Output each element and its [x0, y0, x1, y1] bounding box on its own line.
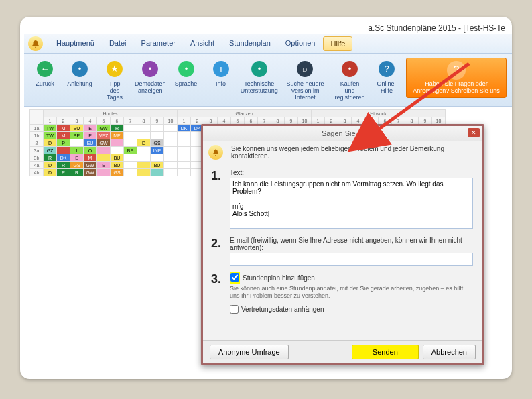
lesson-cell[interactable] [57, 147, 70, 154]
lesson-cell[interactable]: BE [124, 147, 137, 154]
lesson-cell[interactable] [97, 154, 111, 162]
row-label: 1a [30, 125, 44, 132]
dialog-intro: Sie können uns wegen jedem beliebigen Pr… [231, 145, 473, 160]
menu-stundenplan[interactable]: Stundenplan [222, 36, 277, 51]
lesson-cell[interactable]: VEZ [97, 132, 111, 139]
menu-ansicht[interactable]: Ansicht [184, 36, 221, 51]
menu-datei[interactable]: Datei [103, 36, 133, 51]
lesson-cell[interactable]: R [57, 162, 70, 169]
window-title: a.Sc Stundenpläne 2015 - [Test-HS-Te [24, 21, 512, 34]
demo-icon: • [140, 59, 160, 79]
lesson-cell[interactable]: I [70, 147, 84, 154]
lesson-cell[interactable]: E [84, 125, 97, 132]
survey-button[interactable]: Anonyme Umfrage [210, 345, 289, 359]
attach-substitution-checkbox[interactable] [230, 305, 239, 314]
lesson-cell[interactable] [97, 169, 111, 176]
lesson-cell[interactable]: TW [44, 132, 57, 139]
lesson-cell[interactable]: GW [97, 139, 111, 147]
lesson-cell[interactable]: DK [57, 154, 70, 162]
step-1-number: 1. [211, 169, 223, 230]
empty-cell [124, 132, 137, 139]
lesson-cell[interactable]: DK [178, 125, 191, 132]
email-label: E-mail (freiwillig, wenn Sie Ihre Adress… [230, 237, 473, 251]
lesson-cell[interactable]: D [44, 162, 57, 169]
lesson-cell[interactable]: M [84, 154, 97, 162]
lesson-cell[interactable]: BU [111, 162, 124, 169]
lesson-cell[interactable]: P [57, 139, 70, 147]
ribbon-book[interactable]: •Anleitung [64, 58, 95, 89]
lesson-cell[interactable]: R [57, 169, 70, 176]
lesson-cell[interactable]: M [57, 125, 70, 132]
empty-cell [178, 162, 191, 169]
lesson-cell[interactable]: E [84, 132, 97, 139]
ribbon-feedback-button[interactable]: ?Haben Sie Fragen oder Anregungen? Schre… [406, 58, 507, 98]
search-icon: ⌕ [295, 59, 315, 79]
menu-parameter[interactable]: Parameter [135, 36, 182, 51]
lesson-cell[interactable]: D [137, 139, 151, 147]
lesson-cell[interactable]: EU [84, 139, 97, 147]
lesson-cell[interactable]: GS [151, 139, 164, 147]
ribbon-demo[interactable]: •Demodaten anzeigen [134, 58, 167, 95]
ribbon-support[interactable]: •Technische Unterstützung [241, 58, 278, 95]
ribbon-info[interactable]: iInfo [206, 58, 237, 89]
lesson-cell[interactable] [111, 139, 124, 147]
email-input[interactable] [230, 253, 473, 266]
lesson-cell[interactable]: BU [111, 154, 124, 162]
menu-optionen[interactable]: Optionen [279, 36, 322, 51]
ribbon-tip[interactable]: ★Tipp des Tages [99, 58, 130, 102]
ribbon-help[interactable]: ?Online-Hilfe [371, 58, 402, 95]
lesson-cell[interactable]: D [44, 169, 57, 176]
lesson-cell[interactable] [137, 169, 151, 176]
ribbon-search[interactable]: ⌕Suche neuere Version im Internet [282, 58, 328, 102]
lesson-cell[interactable]: BE [70, 132, 84, 139]
lesson-cell[interactable]: R [70, 169, 84, 176]
lesson-cell[interactable]: O [84, 147, 97, 154]
lesson-cell[interactable]: E [97, 162, 111, 169]
attach-schedule-checkbox[interactable] [230, 273, 239, 282]
empty-cell [124, 162, 137, 169]
lesson-cell[interactable]: GS [70, 162, 84, 169]
svg-text:⌕: ⌕ [302, 64, 308, 74]
lesson-cell[interactable]: GZ [44, 147, 57, 154]
tip-icon: ★ [105, 59, 125, 79]
empty-cell [164, 132, 178, 139]
text-label: Text: [230, 169, 473, 176]
menu-hilfe[interactable]: Hilfe [323, 36, 352, 51]
empty-cell [151, 125, 164, 132]
empty-cell [164, 154, 178, 162]
empty-cell [111, 147, 124, 154]
ribbon-back[interactable]: ←Zurück [29, 58, 60, 89]
ribbon-lang[interactable]: •Sprache [171, 58, 202, 89]
lesson-cell[interactable]: R [44, 154, 57, 162]
back-icon: ← [35, 59, 55, 79]
send-button[interactable]: Senden [352, 345, 419, 359]
lesson-cell[interactable]: BU [151, 162, 164, 169]
lesson-cell[interactable] [97, 147, 111, 154]
lesson-cell[interactable]: GW [97, 125, 111, 132]
cancel-button[interactable]: Abbrechen [423, 345, 476, 359]
lesson-cell[interactable]: ME [111, 132, 124, 139]
empty-cell [137, 132, 151, 139]
lesson-cell[interactable]: TW [44, 125, 57, 132]
lesson-cell[interactable]: INF [151, 147, 164, 154]
lesson-cell[interactable] [151, 169, 164, 176]
ribbon-buy[interactable]: •Kaufen und registrieren [332, 58, 367, 102]
lesson-cell[interactable]: BU [70, 125, 84, 132]
lesson-cell[interactable]: GW [84, 169, 97, 176]
svg-text:•: • [257, 64, 261, 74]
empty-cell [124, 169, 137, 176]
lesson-cell[interactable]: E [70, 154, 84, 162]
lesson-cell[interactable]: GS [111, 169, 124, 176]
feedback-text-input[interactable] [230, 178, 473, 229]
lesson-cell[interactable]: R [111, 125, 124, 132]
lesson-cell[interactable]: GW [84, 162, 97, 169]
svg-text:i: i [220, 64, 222, 74]
close-icon[interactable]: ✕ [468, 128, 480, 137]
lesson-cell[interactable] [137, 162, 151, 169]
menu-hauptmenü[interactable]: Hauptmenü [50, 36, 101, 51]
empty-cell [124, 154, 137, 162]
ribbon: ←Zurück•Anleitung★Tipp des Tages•Demodat… [24, 54, 512, 107]
empty-cell [164, 125, 178, 132]
lesson-cell[interactable]: D [44, 139, 57, 147]
lesson-cell[interactable]: M [57, 132, 70, 139]
